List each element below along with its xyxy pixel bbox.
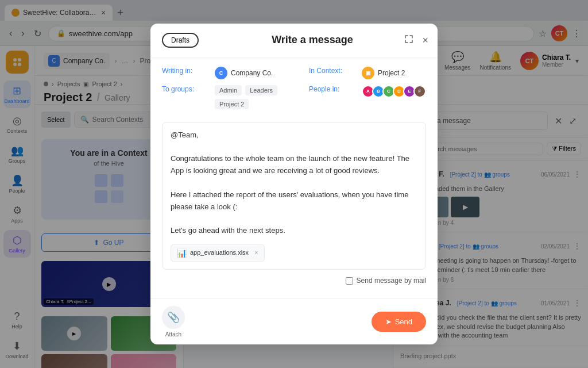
attachment-area: 📊 app_evaluations.xlsx ×	[171, 244, 417, 262]
modal-footer: 📎 Attach ➤ Send	[150, 298, 438, 344]
in-context-row: In Context: ▣ Project 2	[309, 67, 426, 79]
send-icon: ➤	[385, 317, 392, 326]
send-label: Send	[395, 317, 412, 326]
send-by-mail-label[interactable]: Send message by mail	[346, 277, 426, 285]
drafts-btn[interactable]: Drafts	[162, 33, 199, 48]
message-compose-area[interactable]: @Team, Congratulations to the whole team…	[162, 122, 426, 270]
modal-header: Drafts Write a message ×	[150, 24, 438, 57]
in-context-name: Project 2	[378, 69, 405, 77]
group-tag-admin[interactable]: Admin	[215, 85, 242, 95]
modal-body: Writing in: C Company Co. To groups: Adm…	[150, 57, 438, 299]
context-section: In Context: ▣ Project 2 People in: A B	[309, 67, 426, 115]
xlsx-icon: 📊	[177, 247, 187, 259]
message-text: @Team, Congratulations to the whole team…	[171, 129, 417, 237]
attach-section: 📎 Attach	[162, 306, 185, 338]
person-avatar-6: F	[413, 85, 426, 98]
group-tag-project2[interactable]: Project 2	[215, 99, 249, 109]
in-context-value: ▣ Project 2	[362, 67, 405, 79]
context-meta-icon: ▣	[362, 67, 374, 79]
people-in-value: A B C D E F	[362, 85, 426, 98]
send-btn[interactable]: ➤ Send	[372, 312, 426, 332]
modal-close-btn[interactable]: ×	[422, 34, 428, 46]
to-groups-row: To groups: Admin Leaders Project 2	[162, 85, 291, 109]
attach-btn[interactable]: 📎	[162, 306, 185, 329]
people-in-label: People in:	[309, 85, 355, 93]
writing-in-row: Writing in: C Company Co.	[162, 67, 291, 79]
remove-attachment-btn[interactable]: ×	[254, 248, 258, 258]
writing-in-section: Writing in: C Company Co. To groups: Adm…	[162, 67, 291, 115]
attachment-name: app_evaluations.xlsx	[190, 248, 249, 258]
write-message-modal: Drafts Write a message × Writing in: C C…	[150, 24, 438, 345]
writing-in-company: Company Co.	[231, 69, 273, 77]
send-by-mail-text: Send message by mail	[357, 277, 426, 285]
to-groups-label: To groups:	[162, 85, 208, 93]
modal-meta-row: Writing in: C Company Co. To groups: Adm…	[162, 67, 426, 115]
group-tag-leaders[interactable]: Leaders	[245, 85, 277, 95]
company-meta-icon: C	[215, 67, 227, 79]
paperclip-icon: 📎	[167, 311, 180, 324]
to-groups-value: Admin Leaders Project 2	[215, 85, 291, 109]
people-avatars: A B C D E F	[362, 85, 426, 98]
writing-in-label: Writing in:	[162, 67, 208, 75]
modal-overlay[interactable]: Drafts Write a message × Writing in: C C…	[0, 0, 588, 368]
people-in-row: People in: A B C D E F	[309, 85, 426, 98]
expand-modal-btn[interactable]	[404, 34, 413, 46]
attach-label: Attach	[165, 331, 181, 338]
modal-title: Write a message	[199, 34, 426, 46]
writing-in-value: C Company Co.	[215, 67, 273, 79]
in-context-label: In Context:	[309, 67, 355, 75]
attachment-chip[interactable]: 📊 app_evaluations.xlsx ×	[171, 244, 265, 262]
send-mail-row: Send message by mail	[162, 277, 426, 285]
send-by-mail-checkbox[interactable]	[346, 277, 353, 285]
